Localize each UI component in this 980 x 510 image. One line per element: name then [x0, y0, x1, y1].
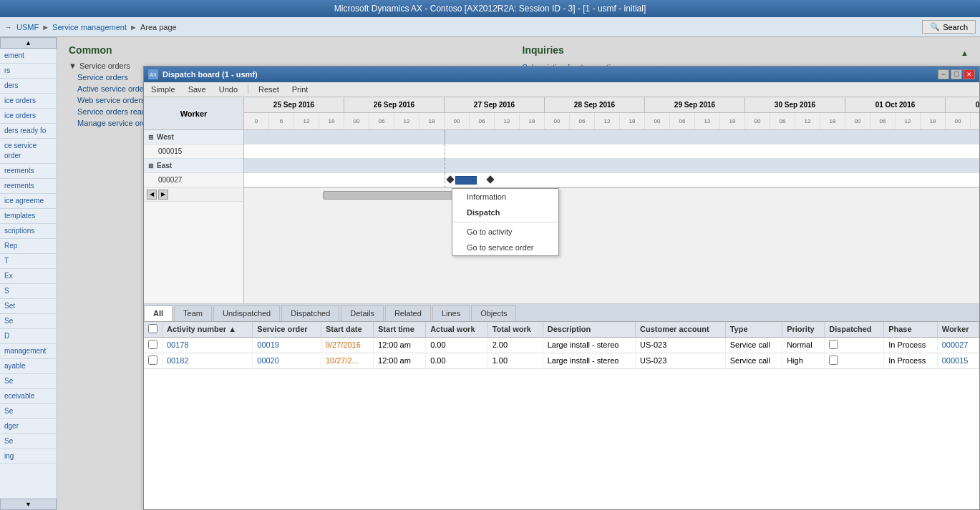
row1-service-order[interactable]: 00019: [253, 337, 321, 353]
th-worker[interactable]: Worker: [937, 322, 979, 338]
row1-actual-work: 0.00: [426, 337, 487, 353]
sidebar-item-5[interactable]: ders ready fo: [0, 124, 57, 139]
row2-checkbox[interactable]: [148, 355, 157, 365]
sidebar-item-10[interactable]: templates: [0, 209, 57, 224]
context-menu-dispatch[interactable]: Dispatch: [452, 205, 558, 220]
sidebar-item-2[interactable]: ders: [0, 79, 57, 94]
gantt-scrollbar-thumb[interactable]: [323, 191, 466, 200]
th-customer-account[interactable]: Customer account: [635, 322, 725, 338]
save-button[interactable]: Save: [185, 84, 209, 94]
date-cell-7: 02 Oct 2016: [946, 97, 979, 112]
sidebar-item-11[interactable]: scriptions: [0, 224, 57, 239]
gantt-worker-000015[interactable]: 000015: [144, 144, 243, 159]
gantt-scroll-right[interactable]: ▶: [158, 190, 168, 200]
th-type[interactable]: Type: [725, 322, 782, 338]
select-all-checkbox[interactable]: [148, 324, 157, 333]
hour-3: 18: [319, 113, 344, 129]
row1-worker[interactable]: 000027: [937, 337, 979, 353]
sidebar-item-management[interactable]: management: [0, 344, 57, 359]
th-actual-work[interactable]: Actual work: [426, 322, 487, 338]
sidebar-item-8[interactable]: reements: [0, 179, 57, 194]
sidebar-item-4[interactable]: ice orders: [0, 109, 57, 124]
search-button[interactable]: 🔍 Search: [922, 20, 976, 34]
row2-checkbox-cell[interactable]: [144, 353, 162, 368]
tab-all[interactable]: All: [144, 305, 173, 321]
sidebar-item-3[interactable]: ice orders: [0, 94, 57, 109]
sidebar-item-se2[interactable]: Se: [0, 374, 57, 389]
sidebar-item-payable[interactable]: ayable: [0, 359, 57, 374]
sidebar-item-15[interactable]: Ex: [0, 269, 57, 284]
sidebar-scroll-up[interactable]: ▲: [0, 37, 57, 49]
th-activity-number[interactable]: Activity number ▲: [162, 322, 253, 338]
tab-objects[interactable]: Objects: [471, 305, 516, 321]
sidebar-item-6[interactable]: ce service order: [0, 139, 57, 164]
maximize-button[interactable]: ☐: [951, 69, 962, 79]
toolbar-sep: [248, 84, 248, 94]
row1-dispatched[interactable]: [825, 337, 884, 353]
tab-lines[interactable]: Lines: [432, 305, 470, 321]
th-service-order[interactable]: Service order: [253, 322, 321, 338]
bottom-table: Activity number ▲ Service order Start da…: [144, 322, 979, 510]
tab-team[interactable]: Team: [174, 305, 212, 321]
gantt-bar-00178[interactable]: [455, 176, 477, 185]
print-button[interactable]: Print: [289, 84, 311, 94]
context-menu-go-to-service-order[interactable]: Go to service order: [452, 240, 558, 255]
th-dispatched[interactable]: Dispatched: [825, 322, 884, 338]
gantt-worker-000027[interactable]: 000027: [144, 173, 243, 187]
row1-checkbox-cell[interactable]: [144, 337, 162, 353]
th-total-work[interactable]: Total work: [487, 322, 543, 338]
close-button[interactable]: ✕: [964, 69, 975, 79]
table-row[interactable]: 00178 00019 9/27/2016 12:00 am 0.00 2.00…: [144, 337, 979, 353]
sidebar-item-dger[interactable]: dger: [0, 419, 57, 434]
sidebar-item-18[interactable]: Se: [0, 314, 57, 329]
sidebar-item-se3[interactable]: Se: [0, 404, 57, 419]
sidebar-item-9[interactable]: ice agreeme: [0, 194, 57, 209]
th-description[interactable]: Description: [543, 322, 635, 338]
tab-undispatched[interactable]: Undispatched: [213, 305, 280, 321]
sidebar-item-0[interactable]: ement: [0, 49, 57, 64]
gantt-container: Worker ⊞ West 000015 ⊞ East 000027: [144, 97, 979, 304]
sidebar-item-1[interactable]: rs: [0, 64, 57, 79]
sidebar-item-16[interactable]: S: [0, 284, 57, 299]
table-row[interactable]: 00182 00020 10/27/2... 12:00 am 0.00 1.0…: [144, 353, 979, 368]
breadcrumb-service-mgmt[interactable]: Service management: [52, 23, 127, 31]
row2-worker[interactable]: 000015: [937, 353, 979, 368]
reset-button[interactable]: Reset: [256, 84, 282, 94]
gantt-row-000015[interactable]: [244, 144, 979, 159]
gantt-scroll-left[interactable]: ◀: [147, 190, 157, 200]
minimize-button[interactable]: –: [938, 69, 949, 79]
gantt-row-000027[interactable]: [244, 173, 979, 187]
row2-service-order[interactable]: 00020: [253, 353, 321, 368]
sidebar-item-17[interactable]: Set: [0, 299, 57, 314]
context-menu-go-to-activity[interactable]: Go to activity: [452, 224, 558, 240]
gantt-hscrollbar[interactable]: [244, 187, 979, 202]
simple-button[interactable]: Simple: [148, 84, 178, 94]
row2-dispatched[interactable]: [825, 353, 884, 368]
gantt-worker-east[interactable]: ⊞ East: [144, 159, 243, 173]
th-start-date[interactable]: Start date: [321, 322, 373, 338]
sidebar-item-7[interactable]: reements: [0, 164, 57, 179]
sidebar-item-ing[interactable]: ing: [0, 449, 57, 464]
tab-dispatched[interactable]: Dispatched: [281, 305, 339, 321]
gantt-worker-west[interactable]: ⊞ West: [144, 130, 243, 144]
th-start-time[interactable]: Start time: [374, 322, 426, 338]
sidebar-item-receivable[interactable]: eceivable: [0, 389, 57, 404]
row1-checkbox[interactable]: [148, 340, 157, 349]
th-priority[interactable]: Priority: [782, 322, 825, 338]
sidebar-item-19[interactable]: D: [0, 329, 57, 344]
th-phase[interactable]: Phase: [884, 322, 938, 338]
row2-activity-number[interactable]: 00182: [162, 353, 253, 368]
sidebar-item-se4[interactable]: Se: [0, 434, 57, 449]
sidebar-item-13[interactable]: Rep: [0, 239, 57, 254]
tab-related[interactable]: Related: [385, 305, 431, 321]
row1-activity-number[interactable]: 00178: [162, 337, 253, 353]
context-menu-information[interactable]: Information: [452, 189, 558, 205]
breadcrumb-usmf[interactable]: USMF: [16, 23, 39, 31]
hour-10: 12: [495, 113, 520, 129]
tab-details[interactable]: Details: [341, 305, 384, 321]
sidebar-item-14[interactable]: T: [0, 254, 57, 269]
row2-dispatched-checkbox[interactable]: [829, 355, 838, 365]
undo-button[interactable]: Undo: [216, 84, 241, 94]
sidebar-scroll-down[interactable]: ▼: [0, 499, 57, 510]
row1-dispatched-checkbox[interactable]: [829, 340, 838, 349]
